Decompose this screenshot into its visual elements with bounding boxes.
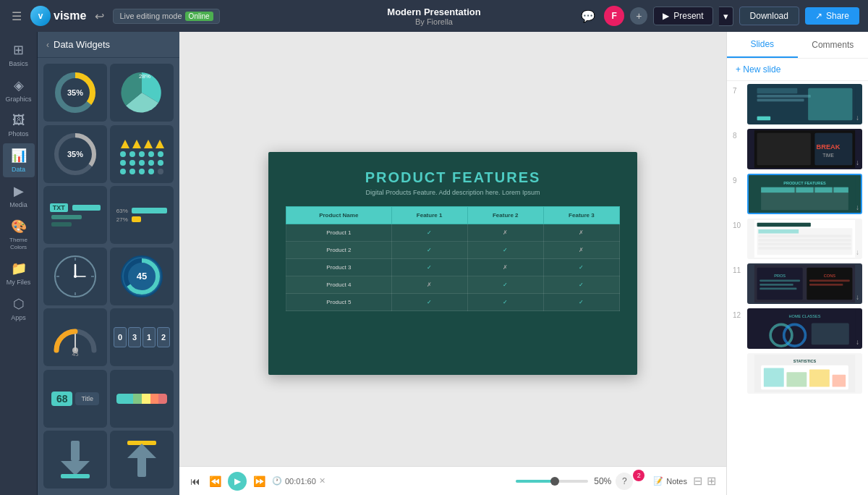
tool-apps[interactable]: ⬡ Apps	[3, 292, 35, 326]
slide-thumb-8[interactable]: BREAK TIME ↓	[747, 129, 862, 169]
widget-radial-gauge[interactable]: 45	[110, 248, 174, 305]
widget-number-title[interactable]: 68 Title	[43, 370, 107, 428]
slide-thumb-9[interactable]: PRODUCT FEATURES ↓	[747, 174, 862, 214]
svg-point-22	[158, 160, 163, 166]
table-cell-product: Product 3	[286, 259, 392, 276]
svg-text:TIME: TIME	[822, 153, 834, 158]
slide-thumb-11[interactable]: PROS CONS ↓	[747, 263, 862, 304]
svg-point-15	[139, 151, 145, 157]
svg-text:PROS: PROS	[774, 274, 786, 278]
svg-rect-83	[809, 279, 850, 282]
svg-rect-93	[764, 368, 784, 387]
list-view-button[interactable]: ⊟	[692, 473, 704, 489]
table-cell-feature: ✓	[543, 259, 619, 276]
download-button[interactable]: Download	[739, 7, 799, 25]
tool-data[interactable]: 📊 Data	[3, 143, 35, 177]
widget-multi-progress[interactable]: 63% 27%	[110, 186, 174, 244]
step-forward-button[interactable]: ⏩	[251, 473, 268, 489]
slides-list: 7 ↓	[727, 81, 868, 495]
svg-point-27	[158, 169, 163, 174]
tool-graphics[interactable]: ◈ Graphics	[3, 73, 35, 107]
svg-rect-81	[760, 284, 793, 286]
slide-item-8[interactable]: 8 BREAK TIME ↓	[733, 129, 862, 169]
svg-text:45: 45	[137, 271, 147, 282]
table-cell-feature: ✓	[467, 294, 543, 311]
apps-icon: ⬡	[13, 296, 25, 312]
table-cell-feature: ✗	[543, 224, 619, 242]
slide-item-12[interactable]: 12 HOME CLASSES ↓	[733, 308, 862, 349]
tool-photos-label: Photos	[8, 130, 28, 138]
play-button[interactable]: ▶	[228, 472, 247, 491]
widget-counter[interactable]: 0 3 1 2	[110, 308, 174, 366]
zoom-slider-thumb[interactable]	[550, 477, 559, 486]
slide-thumb-10[interactable]: ↓	[747, 219, 862, 259]
share-button[interactable]: ↗ Share	[805, 7, 859, 25]
tool-basics-label: Basics	[9, 60, 28, 67]
back-arrow-icon[interactable]: ‹	[46, 40, 49, 50]
media-icon: ▶	[14, 183, 24, 199]
comment-icon-button[interactable]: 💬	[578, 7, 598, 26]
tool-photos[interactable]: 🖼 Photos	[3, 109, 35, 142]
slide-item-9[interactable]: 9 PRODUCT FEATURES ↓	[733, 174, 862, 214]
tools-sidebar: ⊞ Basics ◈ Graphics 🖼 Photos 📊 Data ▶ Me…	[0, 32, 38, 495]
svg-text:35%: 35%	[67, 150, 83, 158]
svg-marker-12	[156, 140, 164, 148]
tool-media-label: Media	[9, 201, 27, 208]
tool-theme-colors[interactable]: 🎨 Theme Colors	[3, 214, 35, 255]
slide-thumb-12[interactable]: HOME CLASSES ↓	[747, 308, 862, 349]
right-panel-tabs: Slides Comments	[727, 32, 868, 59]
slide-item-10[interactable]: 10 ↓	[733, 219, 862, 259]
slide-item-7[interactable]: 7 ↓	[733, 84, 862, 124]
tab-slides[interactable]: Slides	[727, 32, 798, 58]
slide-canvas[interactable]: PRODUCT FEATURES Digital Products Featur…	[268, 152, 637, 375]
visme-logo-icon: v	[30, 6, 51, 26]
present-caret-button[interactable]: ▾	[719, 7, 733, 26]
widget-analog-clock[interactable]	[43, 248, 107, 305]
slide-item-11[interactable]: 11 PROS CONS	[733, 263, 862, 304]
widget-ring-chart[interactable]: 35%	[43, 125, 107, 183]
table-cell-feature: ✗	[467, 259, 543, 276]
data-icon: 📊	[11, 148, 27, 164]
widget-dot-matrix[interactable]	[110, 125, 174, 183]
prev-frame-button[interactable]: ⏮	[188, 473, 203, 489]
add-collaborator-button[interactable]: +	[630, 7, 647, 25]
slide-item-13[interactable]: STATISTICS	[733, 353, 862, 394]
widget-donut-chart[interactable]: 35%	[43, 64, 107, 122]
step-back-button[interactable]: ⏪	[207, 473, 224, 489]
widget-color-bars[interactable]	[110, 370, 174, 428]
slide-thumb-7[interactable]: ↓	[747, 84, 862, 124]
svg-rect-89	[812, 323, 849, 345]
svg-point-25	[139, 169, 145, 174]
svg-rect-56	[757, 133, 811, 166]
present-button[interactable]: ▶ Present	[653, 7, 712, 25]
slide-thumb-12-img: HOME CLASSES	[749, 310, 861, 347]
new-slide-button[interactable]: + New slide	[727, 59, 868, 81]
slide-thumb-13[interactable]: STATISTICS	[747, 353, 862, 394]
canvas-area: PRODUCT FEATURES Digital Products Featur…	[179, 32, 726, 495]
tool-basics[interactable]: ⊞ Basics	[3, 38, 35, 72]
notes-button[interactable]: 📝 Notes	[653, 476, 687, 486]
help-button[interactable]: ?	[616, 473, 633, 490]
table-cell-feature: ✓	[543, 276, 619, 294]
close-time-button[interactable]: ✕	[319, 476, 326, 486]
tool-media[interactable]: ▶ Media	[3, 179, 35, 213]
share-label: Share	[826, 11, 849, 21]
hamburger-icon: ☰	[12, 10, 22, 22]
slide-number-9: 9	[733, 174, 743, 185]
grid-view-button[interactable]: ⊞	[705, 473, 718, 489]
hamburger-menu-button[interactable]: ☰	[9, 7, 25, 26]
svg-rect-73	[758, 243, 851, 246]
svg-rect-66	[833, 187, 848, 192]
widget-text-progress[interactable]: TXT	[43, 186, 107, 244]
presentation-subtitle: By Fiorella	[387, 17, 480, 26]
undo-button[interactable]: ↩	[92, 7, 107, 26]
widget-download-arrow[interactable]	[43, 431, 107, 488]
user-avatar-button[interactable]: F	[604, 6, 624, 26]
tab-comments[interactable]: Comments	[798, 32, 869, 58]
widget-upload-arrow[interactable]	[110, 431, 174, 488]
tool-my-files[interactable]: 📁 My Files	[3, 256, 35, 290]
zoom-slider-fill	[516, 480, 552, 483]
widget-pie-chart[interactable]: 28%	[110, 64, 174, 122]
widget-speedometer[interactable]: 45	[43, 308, 107, 366]
svg-rect-54	[757, 117, 771, 121]
